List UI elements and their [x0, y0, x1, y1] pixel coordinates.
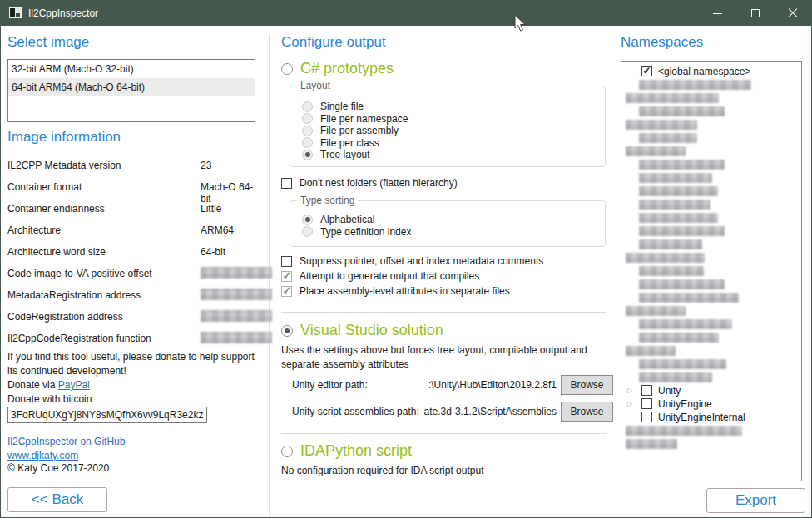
layout-option: Single file [302, 101, 602, 113]
type-sorting-options: AlphabeticalType definition index [302, 214, 602, 238]
option-csharp-prototypes[interactable]: C# prototypes [281, 60, 394, 77]
unity-path-value[interactable]: :\Unity\Hub\Editor\2019.2.8f1 [392, 379, 557, 391]
maximize-button[interactable] [736, 1, 774, 26]
unity-path-value[interactable]: ate.3d-3.1.2\ScriptAssemblies [392, 406, 557, 417]
paypal-link[interactable]: PayPal [58, 379, 90, 391]
namespace-row-redacted [621, 251, 801, 264]
info-label: Il2CppCodeRegistration function [7, 333, 151, 344]
namespace-row-redacted [621, 238, 801, 251]
namespaces-tree[interactable]: <global namespace>▷Unity▷UnityEngineUnit… [621, 61, 802, 481]
minimize-icon [713, 13, 722, 14]
output-checkbox-row: Place assembly-level attributes in separ… [281, 285, 510, 297]
namespace-row-redacted [621, 131, 801, 145]
redacted-namespace [626, 439, 677, 449]
expander-icon[interactable]: ▷ [627, 400, 635, 407]
output-checkbox-label: Attempt to generate output that compiles [300, 270, 479, 282]
redacted-namespace [639, 319, 732, 329]
close-button[interactable] [774, 1, 811, 26]
info-label: Container format [7, 181, 82, 193]
type-sorting-radio [302, 226, 313, 237]
namespace-row-redacted [621, 224, 801, 238]
namespace-row-redacted [621, 424, 801, 437]
redacted-namespace [639, 279, 725, 289]
info-value: Little [201, 203, 221, 215]
info-label: Architecture word size [7, 246, 106, 258]
layout-option: File per class [302, 137, 602, 150]
info-row: Container endiannessLittle [7, 199, 259, 220]
export-button[interactable]: Export [706, 488, 805, 513]
option-visual-studio[interactable]: Visual Studio solution [281, 322, 443, 339]
redacted-namespace [639, 133, 697, 143]
image-info-table: IL2CPP Metadata version23Container forma… [7, 155, 259, 350]
info-label: Code image-to-VA positive offset [7, 268, 152, 279]
info-value: 64-bit [201, 246, 225, 258]
csharp-prototypes-label: C# prototypes [300, 60, 394, 77]
namespace-row-redacted [621, 264, 801, 278]
type-sorting-label: Alphabetical [320, 214, 374, 225]
layout-label: File per assembly [320, 125, 399, 136]
redacted-namespace [639, 106, 725, 116]
info-value: 23 [201, 160, 211, 171]
github-link[interactable]: Il2CppInspector on GitHub [7, 436, 125, 447]
info-label: IL2CPP Metadata version [7, 160, 121, 171]
redacted-namespace [639, 266, 704, 276]
dont-nest-checkbox-row[interactable]: Don't nest folders (flatten hierarchy) [281, 177, 458, 189]
bitcoin-address-field[interactable] [7, 407, 207, 423]
csharp-prototypes-radio[interactable] [281, 63, 293, 75]
image-list-item[interactable]: 32-bit ARM (Mach-O 32-bit) [8, 60, 255, 78]
image-list-item[interactable]: 64-bit ARM64 (Mach-O 64-bit) [8, 78, 255, 96]
namespace-row-redacted [621, 344, 801, 358]
browse-button[interactable]: Browse [561, 375, 613, 395]
namespace-checkbox[interactable] [641, 398, 652, 409]
info-row: Il2CppCodeRegistration function [7, 328, 259, 350]
namespace-row[interactable]: UnityEngineInternal [621, 411, 801, 424]
namespace-row[interactable]: ▷UnityEngine [621, 397, 801, 411]
namespace-checkbox[interactable] [641, 385, 652, 396]
redacted-namespace [626, 93, 719, 103]
copyright-text: © Katy Coe 2017-2020 [7, 462, 109, 474]
dont-nest-checkbox[interactable] [281, 178, 292, 189]
layout-options: Single fileFile per namespaceFile per as… [302, 101, 602, 161]
website-link[interactable]: www.djkaty.com [7, 450, 78, 461]
redacted-namespace [626, 306, 686, 316]
select-image-panel: Select image 32-bit ARM (Mach-O 32-bit)6… [7, 26, 259, 517]
output-checkbox-row: Attempt to generate output that compiles [281, 270, 479, 282]
layout-option: File per assembly [302, 125, 602, 137]
main-content: Select image 32-bit ARM (Mach-O 32-bit)6… [1, 26, 811, 517]
namespace-row-redacted [621, 118, 801, 131]
output-checkbox [281, 271, 292, 282]
namespace-checkbox[interactable] [641, 412, 652, 422]
expander-icon[interactable]: ▷ [627, 387, 635, 394]
namespace-row-redacted [621, 304, 801, 318]
idapython-radio[interactable] [281, 446, 293, 457]
namespace-row[interactable]: <global namespace> [621, 65, 801, 78]
back-button[interactable]: << Back [7, 487, 107, 512]
redacted-namespace [626, 146, 686, 156]
visual-studio-label: Visual Studio solution [300, 322, 443, 339]
namespace-checkbox[interactable] [641, 66, 652, 76]
namespace-row-redacted [621, 318, 801, 331]
app-window: Il2CppInspector Select image 32-bit ARM … [0, 0, 812, 518]
visual-studio-radio[interactable] [281, 325, 293, 337]
info-label: Architecture [7, 224, 61, 236]
option-idapython[interactable]: IDAPython script [281, 442, 412, 460]
titlebar: Il2CppInspector [1, 1, 811, 26]
namespace-row[interactable]: ▷Unity [621, 384, 801, 397]
image-list[interactable]: 32-bit ARM (Mach-O 32-bit)64-bit ARM64 (… [7, 59, 255, 122]
type-sorting-label: Type definition index [320, 226, 411, 238]
redacted-namespace [639, 372, 712, 382]
browse-button[interactable]: Browse [561, 402, 613, 422]
info-label: Container endianness [7, 203, 105, 215]
output-checkbox-row[interactable]: Suppress pointer, offset and index metad… [281, 255, 543, 267]
namespace-row-redacted [621, 105, 801, 118]
redacted-namespace [639, 333, 719, 343]
output-checkbox[interactable] [281, 256, 292, 267]
configure-output-panel: Configure output C# prototypes Layout Si… [281, 26, 607, 517]
redacted-namespace [626, 253, 705, 263]
namespaces-heading: Namespaces [621, 34, 703, 51]
info-row: Container formatMach-O 64-bit [7, 177, 259, 199]
window-title: Il2CppInspector [28, 1, 98, 26]
minimize-button[interactable] [699, 1, 736, 26]
namespace-row-redacted [621, 198, 801, 211]
donate-message: If you find this tool useful, please don… [7, 351, 255, 377]
